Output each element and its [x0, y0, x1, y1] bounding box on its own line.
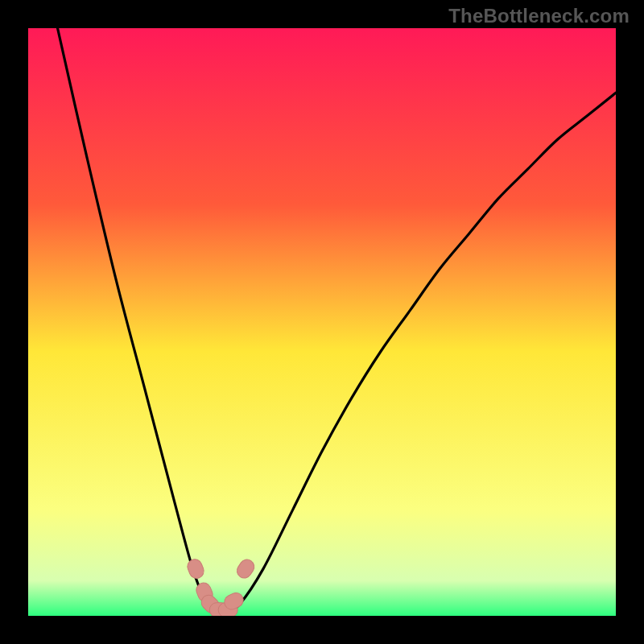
- chart-frame: TheBottleneck.com: [0, 0, 644, 644]
- watermark-text: TheBottleneck.com: [448, 5, 630, 27]
- gradient-bg: [28, 28, 616, 616]
- bottleneck-plot: [28, 28, 616, 616]
